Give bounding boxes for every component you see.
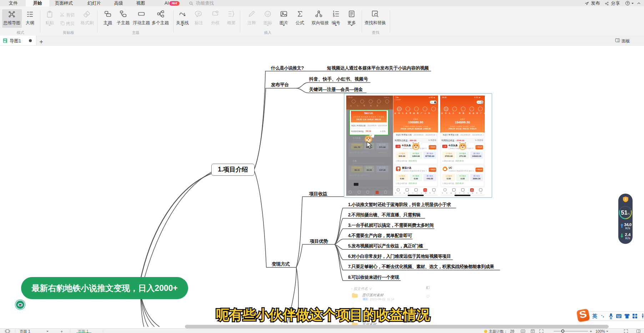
svg-text:1: 1	[625, 198, 627, 201]
